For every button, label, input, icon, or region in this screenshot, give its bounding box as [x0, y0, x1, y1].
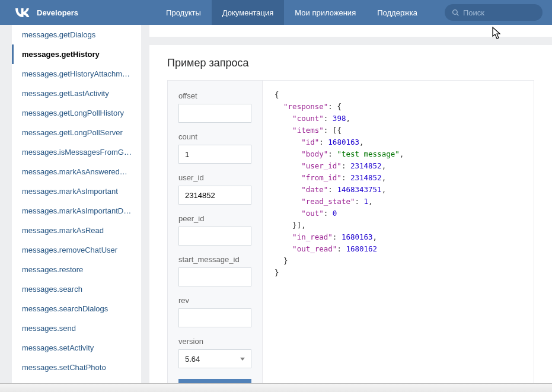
param-label: rev [178, 296, 251, 305]
sidebar-item[interactable]: messages.restore [12, 260, 141, 279]
token-brace: { [337, 102, 342, 111]
nav-item-3[interactable]: Поддержка [366, 0, 428, 25]
brand-label: Developers [37, 8, 78, 17]
content-top-strip [149, 25, 552, 37]
example-panel: Пример запроса offsetcountuser_idpeer_id… [149, 45, 552, 383]
sidebar-item[interactable]: messages.getHistoryAttachments [12, 64, 141, 84]
token-key: "from_id" [301, 173, 342, 182]
nav-item-1[interactable]: Документация [212, 0, 285, 25]
version-select[interactable]: 5.64 [178, 349, 251, 368]
param-label: version [178, 337, 251, 346]
token-key: "id" [301, 138, 319, 146]
token-key: "response" [283, 102, 328, 111]
sidebar-item[interactable]: messages.markAsImportantDialog [12, 201, 141, 221]
logo[interactable]: Developers [14, 8, 78, 17]
sidebar-item[interactable]: messages.markAsAnsweredDialog [12, 162, 141, 181]
token-num: 2314852 [350, 161, 382, 170]
sidebar-item[interactable]: messages.send [12, 318, 141, 338]
top-nav: ПродуктыДокументацияМои приложенияПоддер… [155, 0, 428, 25]
panel-title: Пример запроса [167, 57, 534, 69]
sidebar-item[interactable]: messages.markAsImportant [12, 181, 141, 201]
param-field-version: version5.64 [178, 337, 251, 368]
search-icon [452, 9, 460, 17]
sidebar-item[interactable]: messages.markAsRead [12, 221, 141, 240]
token-punc: : [355, 197, 363, 206]
header: Developers ПродуктыДокументацияМои прило… [0, 0, 552, 25]
param-input-peer_id[interactable] [178, 227, 251, 246]
sidebar: messages.getDialogsmessages.getHistoryme… [12, 25, 141, 383]
token-punc: ], [297, 221, 306, 230]
token-punc: , [382, 161, 387, 170]
param-input-rev[interactable] [178, 308, 251, 327]
token-punc: , [346, 114, 350, 123]
token-num: 0 [333, 209, 337, 218]
token-key: "items" [292, 126, 324, 135]
token-str: "test message" [337, 149, 399, 158]
sidebar-item[interactable]: messages.setChatPhoto [12, 358, 141, 377]
svg-line-1 [457, 14, 458, 15]
token-brace: } [283, 256, 288, 265]
sidebar-item[interactable]: messages.getLastActivity [12, 84, 141, 103]
param-label: start_message_id [178, 255, 251, 264]
token-key: "read_state" [301, 197, 355, 206]
params-form: offsetcountuser_idpeer_idstart_message_i… [167, 80, 262, 383]
main: Пример запроса offsetcountuser_idpeer_id… [141, 25, 552, 383]
token-punc: : [337, 244, 346, 253]
token-punc: : [ [324, 126, 337, 135]
sidebar-item[interactable]: messages.search [12, 279, 141, 299]
version-value: 5.64 [185, 355, 200, 364]
token-num: 2314852 [350, 173, 382, 182]
token-key: "in_read" [292, 232, 333, 241]
param-input-offset[interactable] [178, 104, 251, 123]
param-input-count[interactable] [178, 145, 251, 164]
nav-item-2[interactable]: Мои приложения [284, 0, 366, 25]
sidebar-item[interactable]: messages.setActivity [12, 338, 141, 358]
nav-item-0[interactable]: Продукты [155, 0, 212, 25]
token-punc: : [342, 161, 350, 170]
token-punc: , [359, 138, 364, 146]
token-num: 1680163 [342, 232, 373, 241]
token-num: 1680163 [328, 138, 359, 146]
token-num: 398 [333, 114, 346, 123]
chevron-down-icon [240, 358, 245, 361]
vk-logo-icon [14, 8, 31, 17]
sidebar-item[interactable]: messages.searchDialogs [12, 299, 141, 318]
sidebar-item[interactable]: messages.getLongPollHistory [12, 103, 141, 123]
token-punc: : [328, 185, 337, 194]
param-field-rev: rev [178, 296, 251, 327]
param-label: user_id [178, 173, 251, 182]
token-brace: { [337, 126, 342, 135]
param-label: peer_id [178, 214, 251, 223]
sidebar-item[interactable]: messages.getDialogs [12, 25, 141, 44]
token-key: "out" [301, 209, 324, 218]
param-field-offset: offset [178, 91, 251, 123]
taskbar [0, 383, 552, 392]
token-punc: , [382, 185, 387, 194]
sidebar-item[interactable]: messages.isMessagesFromGroupAllowed [12, 142, 141, 162]
token-num: 1468343751 [337, 185, 381, 194]
token-punc: : [328, 102, 337, 111]
param-input-user_id[interactable] [178, 186, 251, 205]
param-field-start_message_id: start_message_id [178, 255, 251, 286]
param-field-count: count [178, 132, 251, 164]
search-box[interactable] [445, 4, 543, 21]
token-key: "count" [292, 114, 324, 123]
token-punc: , [373, 232, 378, 241]
token-punc: : [324, 209, 333, 218]
param-label: offset [178, 91, 251, 100]
sidebar-item[interactable]: messages.removeChatUser [12, 240, 141, 260]
token-key: "user_id" [301, 161, 342, 170]
param-input-start_message_id[interactable] [178, 267, 251, 286]
run-button[interactable]: Выполнить [178, 379, 251, 383]
token-key: "body" [301, 149, 328, 158]
search-input[interactable] [463, 8, 535, 17]
token-punc: : [319, 138, 328, 146]
param-label: count [178, 132, 251, 141]
sidebar-item[interactable]: messages.getHistory [12, 44, 141, 64]
token-punc: : [342, 173, 350, 182]
token-punc: , [368, 197, 373, 206]
token-key: "date" [301, 185, 328, 194]
token-brace: } [275, 268, 279, 277]
token-key: "out_read" [292, 244, 337, 253]
sidebar-item[interactable]: messages.getLongPollServer [12, 123, 141, 142]
